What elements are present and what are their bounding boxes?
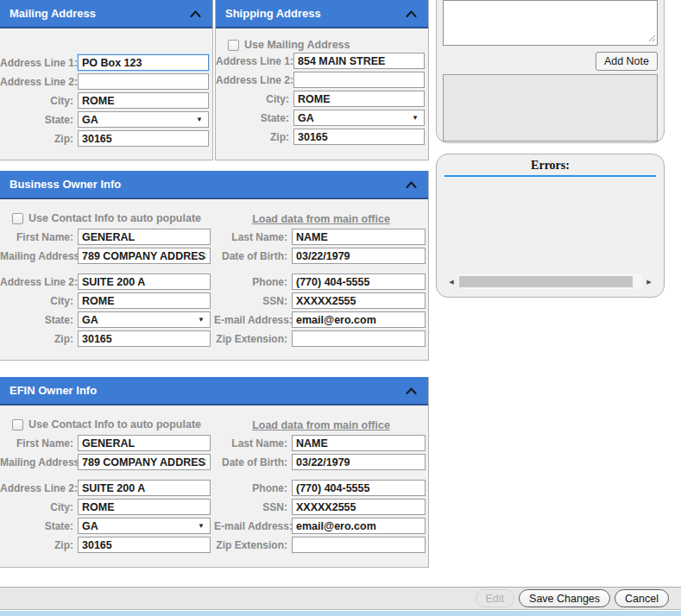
business-date-of-birth-input[interactable] <box>292 248 426 264</box>
mailing-address-header[interactable]: Mailing Address <box>0 0 212 28</box>
efin-owner-info-panel: EFIN Owner Info Use Contact Info to auto… <box>0 377 429 568</box>
field-label: City: <box>0 501 78 513</box>
business-zip-input[interactable] <box>78 330 211 347</box>
mailing-zip-input[interactable] <box>78 130 209 147</box>
field-label: State: <box>0 314 78 326</box>
business-first-name-input[interactable] <box>78 229 211 245</box>
load-data-main-office-link[interactable]: Load data from main office <box>252 419 390 431</box>
business-address-line2-input[interactable] <box>78 273 211 290</box>
efin-mailing-address-input[interactable] <box>78 454 211 470</box>
panel-title: Shipping Address <box>225 7 321 20</box>
field-label: City: <box>216 93 293 105</box>
shipping-address-line2-input[interactable] <box>293 72 425 88</box>
field-label: Date of Birth: <box>214 250 292 262</box>
mailing-state-select[interactable]: GA ▼ <box>78 111 209 128</box>
shipping-address-line1-input[interactable] <box>293 53 425 69</box>
field-label: Address Line 2: <box>0 276 78 288</box>
selected-state: GA <box>82 314 98 326</box>
efin-zip-extension-input[interactable] <box>292 537 426 553</box>
mailing-address-body: Address Line 1: Address Line 2: City: St… <box>0 28 212 147</box>
resize-grip-icon[interactable] <box>648 30 656 46</box>
field-label: First Name: <box>0 437 78 449</box>
scroll-left-arrow-icon[interactable]: ◀ <box>445 274 458 289</box>
scrollbar-thumb[interactable] <box>459 276 633 287</box>
efin-address-line2-input[interactable] <box>78 480 211 496</box>
field-label: Mailing Address: <box>0 250 78 262</box>
field-label: State: <box>0 520 78 532</box>
field-label: Last Name: <box>214 231 292 243</box>
field-label: Zip: <box>0 539 78 551</box>
field-label: Address Line 1: <box>0 57 78 69</box>
shipping-city-input[interactable] <box>293 91 425 107</box>
notes-panel: Add Note <box>436 0 665 143</box>
efin-ssn-input[interactable] <box>292 499 426 515</box>
business-ssn-input[interactable] <box>292 292 426 309</box>
field-label: Address Line 1: <box>216 55 293 67</box>
errors-divider <box>445 175 656 177</box>
business-email-input[interactable] <box>292 311 426 328</box>
field-label: SSN: <box>214 501 292 513</box>
business-mailing-address-input[interactable] <box>78 248 211 264</box>
efin-date-of-birth-input[interactable] <box>292 454 426 470</box>
mailing-address-line1-input[interactable] <box>78 54 209 71</box>
efin-last-name-input[interactable] <box>292 435 426 451</box>
errors-horizontal-scrollbar[interactable]: ◀ ▶ <box>445 274 656 289</box>
chevron-up-icon[interactable] <box>406 10 417 17</box>
efin-phone-input[interactable] <box>292 480 426 496</box>
panel-title: EFIN Owner Info <box>9 384 97 397</box>
field-label: State: <box>0 114 78 126</box>
dropdown-arrow-icon: ▼ <box>412 114 419 122</box>
field-label: Zip: <box>0 133 78 145</box>
business-state-select[interactable]: GA ▼ <box>78 311 211 328</box>
use-mailing-address-checkbox[interactable] <box>228 40 239 51</box>
shipping-address-header[interactable]: Shipping Address <box>216 0 428 28</box>
edit-button[interactable]: Edit <box>476 589 515 607</box>
shipping-state-select[interactable]: GA ▼ <box>293 110 425 126</box>
efin-email-input[interactable] <box>292 518 426 534</box>
efin-first-name-input[interactable] <box>78 435 211 451</box>
use-contact-info-checkbox[interactable] <box>12 213 23 224</box>
business-owner-info-panel: Business Owner Info Use Contact Info to … <box>0 171 429 361</box>
field-label: E-mail Address: <box>214 520 292 532</box>
business-owner-body: Use Contact Info to auto populate Load d… <box>0 211 428 349</box>
mailing-city-input[interactable] <box>78 92 209 109</box>
efin-city-input[interactable] <box>78 499 211 515</box>
selected-state: GA <box>82 114 98 126</box>
chevron-up-icon[interactable] <box>406 181 417 188</box>
efin-owner-body: Use Contact Info to auto populate Load d… <box>0 418 428 556</box>
use-contact-info-checkbox[interactable] <box>12 419 23 431</box>
field-label: City: <box>0 95 78 107</box>
shipping-address-body: Use Mailing Address Address Line 1: Addr… <box>216 38 428 145</box>
business-city-input[interactable] <box>78 292 211 309</box>
field-label: Zip: <box>216 131 293 143</box>
scroll-right-arrow-icon[interactable]: ▶ <box>642 274 656 289</box>
chevron-up-icon[interactable] <box>190 10 201 17</box>
efin-zip-input[interactable] <box>78 537 211 553</box>
errors-panel: Errors: ◀ ▶ <box>436 154 665 298</box>
shipping-address-panel: Shipping Address Use Mailing Address Add… <box>215 0 429 160</box>
dropdown-arrow-icon: ▼ <box>198 522 205 530</box>
footer-action-bar: Edit Save Changes Cancel <box>0 587 681 610</box>
field-label: Date of Birth: <box>214 456 292 468</box>
efin-state-select[interactable]: GA ▼ <box>78 518 211 534</box>
notes-list <box>443 74 658 141</box>
save-changes-button[interactable]: Save Changes <box>519 589 610 607</box>
note-textarea[interactable] <box>443 0 658 46</box>
business-last-name-input[interactable] <box>292 229 426 245</box>
business-phone-input[interactable] <box>292 273 426 290</box>
business-zip-extension-input[interactable] <box>292 330 426 347</box>
field-label: First Name: <box>0 231 78 243</box>
field-label: SSN: <box>214 295 292 307</box>
cancel-button[interactable]: Cancel <box>615 589 669 607</box>
add-note-button[interactable]: Add Note <box>596 52 658 71</box>
selected-state: GA <box>298 112 314 124</box>
efin-owner-info-header[interactable]: EFIN Owner Info <box>0 377 428 405</box>
field-label: E-mail Address: <box>214 314 292 326</box>
field-label: Mailing Address: <box>0 456 78 468</box>
load-data-main-office-link[interactable]: Load data from main office <box>252 213 390 225</box>
field-label: Zip Extension: <box>214 333 292 345</box>
mailing-address-line2-input[interactable] <box>78 73 209 90</box>
business-owner-info-header[interactable]: Business Owner Info <box>0 171 428 199</box>
shipping-zip-input[interactable] <box>293 129 425 145</box>
chevron-up-icon[interactable] <box>406 387 417 394</box>
